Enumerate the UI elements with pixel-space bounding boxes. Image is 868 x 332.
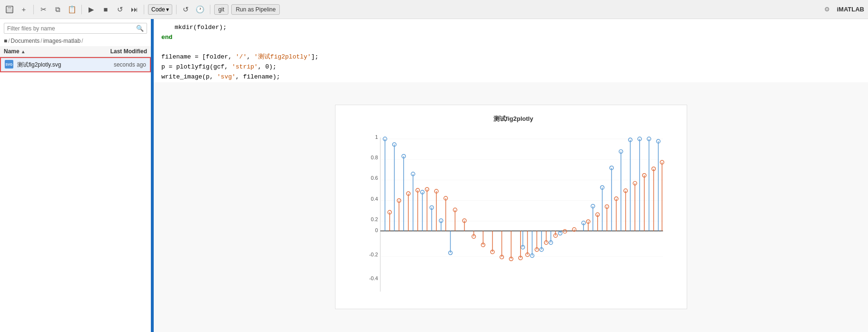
separator-4 <box>176 5 177 14</box>
svg-rect-1 <box>8 6 11 9</box>
stop-button[interactable]: ■ <box>100 4 111 15</box>
separator-2 <box>81 5 82 14</box>
separator-5 <box>210 5 210 14</box>
chart-container: 测试fig2plotly 1 0.8 0.6 0.4 0.2 0 -0.2 -0… <box>154 82 868 332</box>
clock-button[interactable]: 🕐 <box>195 4 206 15</box>
svg-rect-2 <box>7 10 12 12</box>
search-bar[interactable]: 🔍 <box>4 23 147 34</box>
save-button[interactable] <box>4 4 15 15</box>
refresh-button[interactable]: ↺ <box>114 4 126 15</box>
file-modified: seconds ago <box>89 61 146 68</box>
paste-button[interactable]: 📋 <box>66 4 78 15</box>
code-line-2: end <box>161 33 860 43</box>
app-name: iMATLAB <box>837 6 864 13</box>
history-button[interactable]: ↺ <box>180 4 192 15</box>
file-list: SVG 测试fig2plotly.svg seconds ago <box>0 57 151 332</box>
svg-file-icon: SVG <box>5 60 13 68</box>
file-row[interactable]: SVG 测试fig2plotly.svg seconds ago <box>0 57 151 72</box>
svg-text:0.4: 0.4 <box>371 196 378 202</box>
file-name: 测试fig2plotly.svg <box>17 61 89 69</box>
separator-3 <box>144 5 144 14</box>
search-icon: 🔍 <box>136 25 144 32</box>
code-dropdown[interactable]: Code ▾ <box>148 4 172 15</box>
chart-wrapper: 测试fig2plotly 1 0.8 0.6 0.4 0.2 0 -0.2 -0… <box>335 105 687 309</box>
main-layout: 🔍 ■ / Documents / images-matlab / Name ▲… <box>0 19 868 332</box>
svg-text:0.2: 0.2 <box>371 216 378 222</box>
home-icon: ■ <box>4 38 7 44</box>
main-toolbar: + ✂ ⧉ 📋 ▶ ■ ↺ ⏭ Code ▾ ↺ 🕐 git Run as Pi… <box>0 0 868 19</box>
code-label: Code <box>151 6 165 13</box>
add-button[interactable]: + <box>18 4 30 15</box>
chevron-down-icon: ▾ <box>166 6 169 13</box>
chart-svg: 1 0.8 0.6 0.4 0.2 0 -0.2 -0.4 <box>359 127 668 307</box>
fast-forward-button[interactable]: ⏭ <box>128 4 140 15</box>
content-area: mkdir(folder); end filename = [folder, '… <box>154 19 868 332</box>
name-column-header[interactable]: Name ▲ <box>4 48 90 55</box>
code-line-3: filename = [folder, '/', '测试fig2plotly']… <box>161 52 860 62</box>
file-table-header: Name ▲ Last Modified <box>0 46 151 57</box>
code-editor: mkdir(folder); end filename = [folder, '… <box>154 19 868 82</box>
sort-arrow-icon: ▲ <box>21 49 26 54</box>
code-line-1: mkdir(folder); <box>161 23 860 33</box>
code-line-blank <box>161 43 860 53</box>
svg-text:0: 0 <box>375 228 378 234</box>
cut-button[interactable]: ✂ <box>38 4 49 15</box>
separator-1 <box>33 5 34 14</box>
svg-text:-0.2: -0.2 <box>369 252 378 258</box>
file-browser-sidebar: 🔍 ■ / Documents / images-matlab / Name ▲… <box>0 19 152 332</box>
copy-button[interactable]: ⧉ <box>52 4 63 15</box>
git-button[interactable]: git <box>214 4 229 15</box>
code-line-5: write_image(p, 'svg', filename); <box>161 72 860 82</box>
chart-title: 测试fig2plotly <box>359 115 668 123</box>
svg-text:-0.4: -0.4 <box>369 275 378 281</box>
search-input[interactable] <box>7 25 136 32</box>
breadcrumb-images-matlab[interactable]: images-matlab <box>43 38 81 44</box>
run-as-pipeline-button[interactable]: Run as Pipeline <box>231 4 280 15</box>
settings-button[interactable]: ⚙ <box>821 4 833 15</box>
svg-text:0.6: 0.6 <box>371 176 378 181</box>
breadcrumb-documents[interactable]: Documents <box>11 38 40 44</box>
run-button[interactable]: ▶ <box>86 4 97 15</box>
file-icon: SVG <box>5 60 14 69</box>
toolbar-right: ⚙ iMATLAB <box>821 4 864 15</box>
breadcrumb: ■ / Documents / images-matlab / <box>0 36 151 46</box>
svg-text:0.8: 0.8 <box>371 155 378 161</box>
svg-text:1: 1 <box>375 134 378 140</box>
code-line-4: p = plotlyfig(gcf, 'strip', 0); <box>161 62 860 72</box>
modified-column-header[interactable]: Last Modified <box>90 48 147 55</box>
